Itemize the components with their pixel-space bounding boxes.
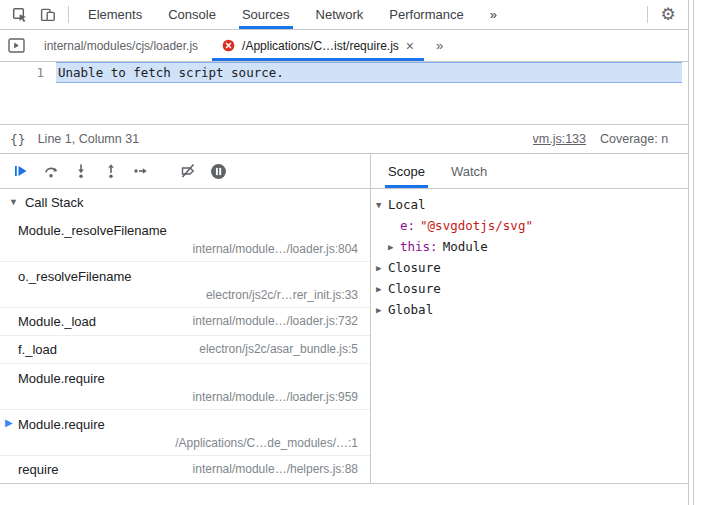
- more-file-tabs-chevron[interactable]: »: [426, 30, 453, 61]
- more-tabs-chevron[interactable]: »: [477, 0, 510, 29]
- scope-variable-this[interactable]: ▶ this: Module: [371, 236, 688, 257]
- tab-watch[interactable]: Watch: [438, 154, 500, 188]
- frame-function: Module._resolveFilename: [18, 223, 167, 238]
- editor-code-text[interactable]: Unable to fetch script source.: [56, 62, 682, 83]
- frame-function: Module._load: [18, 314, 96, 329]
- toolbar-separator: [68, 6, 69, 23]
- frame-function: f._load: [18, 342, 57, 357]
- file-tab-require-js[interactable]: /Applications/C…ist/require.js ×: [210, 30, 426, 61]
- debugger-left-pane: ▼ Call Stack Module._resolveFilename int…: [0, 154, 371, 483]
- scope-section-closure[interactable]: ▶ Closure: [371, 257, 688, 278]
- call-stack-title: Call Stack: [25, 195, 84, 210]
- editor-line-1: 1 Unable to fetch script source.: [0, 62, 688, 83]
- call-stack-list: Module._resolveFilename internal/module……: [0, 216, 370, 483]
- inspect-icon[interactable]: [6, 0, 34, 29]
- scope-watch-tabs: Scope Watch: [371, 154, 688, 189]
- variable-value: "@svgdotjs/svg": [420, 218, 533, 233]
- scope-section-local[interactable]: ▼ Local: [371, 194, 688, 215]
- devtools-toolbar: Elements Console Sources Network Perform…: [0, 0, 688, 30]
- devtools-main-panel: Elements Console Sources Network Perform…: [0, 0, 689, 505]
- pause-on-exceptions-icon[interactable]: [205, 158, 231, 184]
- expand-triangle-icon: ▶: [376, 305, 388, 315]
- source-editor[interactable]: 1 Unable to fetch script source.: [0, 62, 688, 124]
- frame-location: internal/module…/loader.js:732: [193, 314, 358, 328]
- scope-section-label: Local: [388, 197, 426, 212]
- call-stack-frame[interactable]: f._load electron/js2c/asar_bundle.js:5: [0, 336, 370, 364]
- scope-section-label: Global: [388, 302, 433, 317]
- status-right-group: vm.js:133 Coverage: n: [533, 132, 679, 146]
- vm-source-link[interactable]: vm.js:133: [533, 132, 587, 146]
- scope-section-label: Closure: [388, 281, 441, 296]
- resume-icon[interactable]: [8, 158, 34, 184]
- scope-section-label: Closure: [388, 260, 441, 275]
- call-stack-frame[interactable]: o._resolveFilename electron/js2c/r…rer_i…: [0, 262, 370, 308]
- settings-gear-icon[interactable]: ⚙: [654, 0, 682, 29]
- collapse-triangle-icon: ▼: [9, 197, 18, 207]
- debug-toolbar: [0, 154, 370, 189]
- close-tab-icon[interactable]: ×: [406, 39, 414, 53]
- frame-function: require: [18, 462, 58, 477]
- step-over-icon[interactable]: [38, 158, 64, 184]
- expand-triangle-icon: ▼: [376, 200, 388, 210]
- variable-name: this:: [400, 239, 438, 254]
- tab-console[interactable]: Console: [155, 0, 229, 29]
- frame-location: electron/js2c/asar_bundle.js:5: [199, 342, 358, 356]
- scope-variable-e[interactable]: e: "@svgdotjs/svg": [371, 215, 688, 236]
- frame-function: Module.require: [18, 417, 105, 432]
- error-icon: [222, 39, 235, 52]
- frame-location: internal/module…/helpers.js:88: [193, 462, 358, 476]
- frame-function: o._resolveFilename: [18, 269, 131, 284]
- call-stack-frame[interactable]: Module._load internal/module…/loader.js:…: [0, 308, 370, 336]
- devtools-window: Elements Console Sources Network Perform…: [0, 0, 702, 505]
- toolbar-right-group: ⚙: [641, 0, 682, 29]
- frame-location: internal/module…/loader.js:804: [18, 242, 358, 256]
- cursor-position-label: Line 1, Column 31: [38, 132, 139, 146]
- deactivate-breakpoints-icon[interactable]: [175, 158, 201, 184]
- toolbar-separator: [647, 6, 648, 23]
- current-frame-icon: ▶: [5, 417, 13, 428]
- debugger-panes: ▼ Call Stack Module._resolveFilename int…: [0, 154, 688, 484]
- expand-triangle-icon: ▶: [376, 263, 388, 273]
- file-tab-loader-js[interactable]: internal/modules/cjs/loader.js: [32, 30, 210, 61]
- call-stack-frame[interactable]: require internal/module…/helpers.js:88: [0, 456, 370, 483]
- tab-network[interactable]: Network: [303, 0, 377, 29]
- file-tab-bar: internal/modules/cjs/loader.js /Applicat…: [0, 30, 688, 62]
- call-stack-frame-current[interactable]: ▶ Module.require /Applications/C…de_modu…: [0, 410, 370, 456]
- expand-triangle-icon: ▶: [376, 284, 388, 294]
- tab-sources[interactable]: Sources: [229, 0, 303, 29]
- call-stack-frame[interactable]: Module._resolveFilename internal/module……: [0, 216, 370, 262]
- call-stack-header[interactable]: ▼ Call Stack: [0, 189, 370, 216]
- line-number[interactable]: 1: [0, 62, 56, 83]
- editor-status-bar: {} Line 1, Column 31 vm.js:133 Coverage:…: [0, 124, 688, 154]
- file-tab-label: /Applications/C…ist/require.js: [242, 39, 399, 53]
- pretty-print-icon[interactable]: {}: [10, 132, 26, 147]
- variable-name: e:: [400, 218, 415, 233]
- debugger-right-pane: Scope Watch ▼ Local e: "@svgdotjs/svg" ▶: [371, 154, 688, 483]
- coverage-label: Coverage: n: [600, 132, 678, 146]
- tab-performance[interactable]: Performance: [376, 0, 476, 29]
- frame-location: electron/js2c/r…rer_init.js:33: [18, 288, 358, 302]
- step-icon[interactable]: [128, 158, 154, 184]
- show-navigator-icon[interactable]: [0, 30, 32, 61]
- tab-scope[interactable]: Scope: [375, 154, 438, 188]
- scope-section-closure[interactable]: ▶ Closure: [371, 278, 688, 299]
- adjacent-panel-edge: [693, 0, 702, 505]
- tab-elements[interactable]: Elements: [75, 0, 155, 29]
- scope-section-global[interactable]: ▶ Global: [371, 299, 688, 320]
- frame-location: /Applications/C…de_modules/…:1: [18, 436, 358, 450]
- step-into-icon[interactable]: [68, 158, 94, 184]
- scope-tree: ▼ Local e: "@svgdotjs/svg" ▶ this: Modul…: [371, 189, 688, 320]
- frame-function: Module.require: [18, 371, 105, 386]
- frame-location: internal/module…/loader.js:959: [18, 390, 358, 404]
- file-tab-label: internal/modules/cjs/loader.js: [44, 39, 198, 53]
- expand-triangle-icon: ▶: [388, 242, 400, 252]
- device-toolbar-icon[interactable]: [34, 0, 62, 29]
- step-out-icon[interactable]: [98, 158, 124, 184]
- variable-value: Module: [443, 239, 488, 254]
- call-stack-frame[interactable]: Module.require internal/module…/loader.j…: [0, 364, 370, 410]
